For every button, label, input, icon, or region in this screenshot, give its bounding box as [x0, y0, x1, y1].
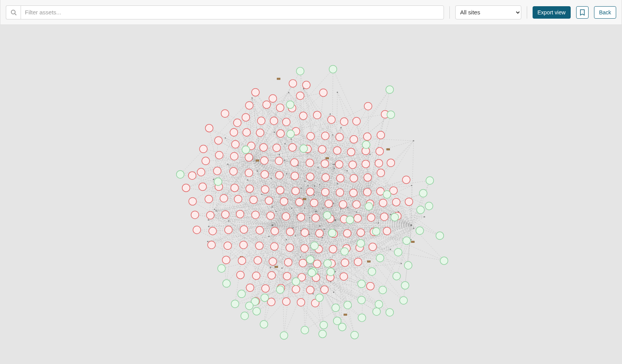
relay-node[interactable]	[341, 127, 342, 128]
asset-node-red[interactable]	[222, 211, 229, 218]
asset-node-green[interactable]	[328, 229, 336, 237]
asset-node-red[interactable]	[193, 226, 201, 234]
asset-node-red[interactable]	[240, 226, 248, 233]
asset-node-red[interactable]	[307, 132, 314, 140]
asset-node-red[interactable]	[363, 188, 371, 196]
asset-node-red[interactable]	[277, 130, 285, 138]
asset-node-red[interactable]	[287, 228, 294, 236]
asset-node-red[interactable]	[376, 147, 384, 155]
asset-node-green[interactable]	[338, 323, 346, 331]
asset-node-green[interactable]	[223, 280, 231, 287]
asset-node-red[interactable]	[202, 157, 210, 165]
relay-node[interactable]	[369, 154, 370, 155]
asset-node-green[interactable]	[176, 171, 184, 178]
relay-node[interactable]	[268, 236, 269, 237]
asset-node-green[interactable]	[287, 101, 294, 108]
hub-node[interactable]	[411, 224, 412, 226]
asset-node-red[interactable]	[275, 157, 283, 165]
asset-node-tan[interactable]	[367, 261, 370, 262]
asset-node-green[interactable]	[358, 280, 365, 288]
asset-node-green[interactable]	[311, 242, 318, 250]
relay-node[interactable]	[356, 211, 357, 212]
asset-node-red[interactable]	[255, 242, 263, 250]
relay-node[interactable]	[330, 113, 331, 115]
asset-node-red[interactable]	[292, 286, 300, 293]
asset-node-red[interactable]	[286, 244, 294, 251]
asset-node-red[interactable]	[257, 117, 265, 125]
asset-node-red[interactable]	[246, 185, 253, 193]
asset-node-red[interactable]	[381, 213, 388, 221]
relay-node[interactable]	[309, 234, 310, 235]
asset-node-green[interactable]	[260, 320, 268, 328]
asset-node-red[interactable]	[295, 198, 303, 206]
asset-node-red[interactable]	[353, 117, 360, 125]
asset-node-red[interactable]	[224, 242, 232, 250]
asset-node-red[interactable]	[340, 118, 348, 125]
asset-node-red[interactable]	[283, 272, 291, 280]
asset-node-green[interactable]	[319, 330, 327, 338]
relay-node[interactable]	[276, 211, 277, 212]
relay-node[interactable]	[333, 292, 334, 293]
asset-node-red[interactable]	[297, 298, 305, 306]
asset-node-tan[interactable]	[275, 266, 278, 268]
asset-node-red[interactable]	[236, 210, 244, 218]
asset-node-red[interactable]	[335, 133, 343, 141]
filter-assets-input[interactable]	[21, 5, 444, 19]
relay-node[interactable]	[337, 183, 338, 184]
relay-node[interactable]	[314, 195, 315, 196]
asset-node-red[interactable]	[276, 171, 283, 179]
asset-node-red[interactable]	[306, 286, 314, 294]
asset-node-green[interactable]	[358, 296, 365, 304]
relay-node[interactable]	[314, 185, 315, 186]
asset-node-red[interactable]	[291, 172, 299, 180]
asset-node-tan[interactable]	[344, 314, 347, 315]
asset-node-green[interactable]	[308, 269, 316, 277]
asset-node-green[interactable]	[417, 206, 425, 214]
relay-node[interactable]	[291, 138, 292, 139]
asset-node-red[interactable]	[215, 151, 223, 159]
asset-node-red[interactable]	[321, 132, 329, 140]
hub-node[interactable]	[271, 224, 273, 226]
asset-node-green[interactable]	[344, 301, 351, 309]
asset-node-red[interactable]	[243, 129, 250, 136]
asset-node-green[interactable]	[329, 65, 337, 73]
asset-node-red[interactable]	[292, 187, 299, 195]
asset-node-red[interactable]	[276, 186, 284, 194]
asset-node-red[interactable]	[197, 168, 205, 176]
relay-node[interactable]	[300, 256, 301, 258]
asset-node-green[interactable]	[357, 240, 365, 247]
asset-node-red[interactable]	[222, 256, 230, 264]
asset-node-red[interactable]	[268, 272, 276, 279]
asset-node-red[interactable]	[206, 211, 214, 219]
asset-node-red[interactable]	[231, 184, 239, 192]
asset-node-red[interactable]	[245, 153, 253, 161]
relay-node[interactable]	[309, 217, 310, 218]
asset-node-red[interactable]	[336, 189, 344, 197]
asset-node-red[interactable]	[260, 157, 268, 164]
graph-canvas-area[interactable]	[0, 25, 622, 364]
asset-node-red[interactable]	[245, 101, 253, 109]
relay-node[interactable]	[313, 293, 314, 294]
asset-node-red[interactable]	[336, 174, 344, 182]
asset-node-red[interactable]	[199, 145, 207, 153]
relay-node[interactable]	[291, 207, 292, 209]
relay-node[interactable]	[315, 211, 316, 212]
asset-node-green[interactable]	[238, 290, 246, 298]
asset-node-red[interactable]	[213, 167, 221, 175]
asset-node-red[interactable]	[341, 259, 349, 266]
asset-node-red[interactable]	[339, 200, 347, 208]
asset-node-green[interactable]	[425, 202, 433, 210]
relay-node[interactable]	[347, 207, 348, 208]
asset-node-tan[interactable]	[386, 148, 390, 150]
asset-node-red[interactable]	[230, 167, 238, 175]
relay-node[interactable]	[378, 222, 379, 223]
asset-node-green[interactable]	[383, 191, 391, 199]
site-filter-select[interactable]: All sites	[455, 5, 521, 19]
asset-node-green[interactable]	[375, 300, 383, 308]
relay-node[interactable]	[271, 206, 273, 207]
relay-node[interactable]	[301, 188, 302, 189]
asset-node-red[interactable]	[302, 81, 310, 89]
asset-node-red[interactable]	[269, 95, 277, 103]
relay-node[interactable]	[346, 170, 348, 171]
relay-node[interactable]	[295, 235, 296, 236]
